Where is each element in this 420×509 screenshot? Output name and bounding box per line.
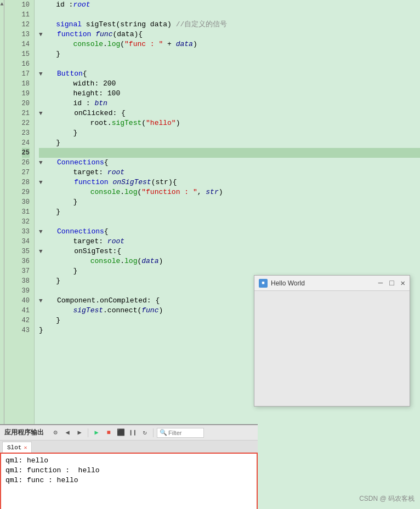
line-num-37: 37 bbox=[22, 266, 30, 276]
toolbar-btn-restart[interactable]: ↻ bbox=[140, 428, 150, 438]
line-num-25: 25 bbox=[22, 148, 30, 158]
output-line-3: qml: func : hello bbox=[5, 476, 252, 485]
code-line-36: console.log(data) bbox=[39, 256, 420, 266]
line-num-15: 15 bbox=[22, 49, 30, 59]
toolbar-btn-run[interactable]: ▶ bbox=[92, 428, 101, 438]
code-line-23: } bbox=[39, 128, 420, 138]
code-line-16 bbox=[39, 59, 420, 69]
line-num-14: 14 bbox=[22, 39, 30, 49]
code-line-25 bbox=[39, 148, 420, 158]
line-num-33: 33 bbox=[22, 227, 30, 237]
line-num-36: 36 bbox=[22, 256, 30, 266]
hw-window-body bbox=[254, 291, 410, 406]
toolbar-btn-pause[interactable]: ❙❙ bbox=[128, 428, 138, 438]
toolbar-btn-1[interactable]: ⚙ bbox=[50, 428, 60, 438]
left-scrollbar: ▲ ▼ bbox=[0, 0, 4, 449]
scroll-up-arrow[interactable]: ▲ bbox=[0, 0, 5, 8]
code-line-15: } bbox=[39, 49, 420, 59]
tab-label: Slot bbox=[7, 444, 21, 451]
line-num-40: 40 bbox=[22, 296, 30, 306]
search-icon: 🔍 bbox=[160, 429, 167, 436]
output-content: qml: hello qml: function : hello qml: fu… bbox=[0, 453, 258, 509]
code-line-31: } bbox=[39, 207, 420, 217]
filter-input[interactable] bbox=[168, 430, 201, 436]
hw-maximize-button[interactable]: □ bbox=[389, 279, 394, 287]
line-num-42: 42 bbox=[22, 316, 30, 325]
hw-close-button[interactable]: ✕ bbox=[401, 279, 405, 287]
line-num-32: 32 bbox=[22, 217, 30, 227]
line-num-35: 35 bbox=[22, 247, 30, 256]
code-line-19: height: 100 bbox=[39, 89, 420, 99]
watermark: CSDN @ 码农客栈 bbox=[359, 494, 415, 504]
toolbar-sep-1 bbox=[88, 428, 88, 437]
line-num-41: 41 bbox=[22, 306, 30, 316]
line-num-34: 34 bbox=[22, 237, 30, 247]
line-num-22: 22 bbox=[22, 118, 30, 128]
code-line-28: ▼ function onSigTest(str){ bbox=[39, 178, 420, 187]
hw-titlebar: ■ Hello World ─ □ ✕ bbox=[254, 276, 410, 291]
toolbar-btn-stop[interactable]: ■ bbox=[104, 428, 113, 438]
toolbar-btn-forward[interactable]: ▶ bbox=[75, 428, 84, 438]
line-num-26: 26 bbox=[22, 158, 30, 168]
line-num-18: 18 bbox=[22, 79, 30, 89]
output-panel-title: 应用程序输出 bbox=[4, 428, 44, 437]
output-line-2: qml: function : hello bbox=[5, 466, 252, 476]
output-tabs: Slot ✕ bbox=[0, 441, 258, 453]
line-num-24: 24 bbox=[22, 138, 30, 148]
code-line-24: } bbox=[39, 138, 420, 148]
line-numbers: 10 11 12 13 14 15 16 17 18 19 20 21 22 2… bbox=[4, 0, 35, 449]
output-panel: 应用程序输出 ⚙ ◀ ▶ ▶ ■ ⬛ ❙❙ ↻ 🔍 Slot ✕ qml: he… bbox=[0, 424, 258, 509]
line-num-17: 17 bbox=[22, 69, 30, 79]
toolbar-btn-back[interactable]: ◀ bbox=[63, 428, 72, 438]
line-num-12: 12 bbox=[22, 20, 30, 30]
line-num-11: 11 bbox=[22, 10, 30, 20]
code-line-32 bbox=[39, 217, 420, 227]
code-line-26: ▼ Connections{ bbox=[39, 158, 420, 168]
code-line-27: target: root bbox=[39, 168, 420, 178]
hw-minimize-button[interactable]: ─ bbox=[378, 279, 383, 287]
filter-input-wrap[interactable]: 🔍 bbox=[157, 428, 204, 438]
code-line-13: ▼ function func(data){ bbox=[39, 30, 420, 39]
line-num-16: 16 bbox=[22, 59, 30, 69]
code-line-11 bbox=[39, 10, 420, 20]
hw-window-controls: ─ □ ✕ bbox=[378, 279, 405, 287]
line-num-28: 28 bbox=[22, 178, 30, 187]
code-line-35: ▼ onSigTest:{ bbox=[39, 247, 420, 256]
line-num-10: 10 bbox=[22, 0, 30, 10]
toolbar-btn-debug[interactable]: ⬛ bbox=[116, 428, 126, 438]
line-num-43: 43 bbox=[22, 325, 30, 335]
line-num-30: 30 bbox=[22, 197, 30, 207]
code-line-14: console.log("func : " + data) bbox=[39, 39, 420, 49]
line-num-23: 23 bbox=[22, 128, 30, 138]
code-line-18: width: 200 bbox=[39, 79, 420, 89]
line-num-38: 38 bbox=[22, 276, 30, 286]
toolbar-sep-2 bbox=[153, 428, 154, 437]
code-line-29: console.log("function : ", str) bbox=[39, 187, 420, 197]
tab-close-icon[interactable]: ✕ bbox=[24, 444, 27, 451]
line-num-13: 13 bbox=[22, 30, 30, 39]
code-line-12: signal sigTest(string data) //自定义的信号 bbox=[39, 20, 420, 30]
hw-app-icon: ■ bbox=[259, 279, 268, 288]
code-line-10: id :root bbox=[39, 0, 420, 10]
code-line-22: root.sigTest("hello") bbox=[39, 118, 420, 128]
output-tab-slot[interactable]: Slot ✕ bbox=[2, 442, 32, 453]
code-line-30: } bbox=[39, 197, 420, 207]
code-line-33: ▼ Connections{ bbox=[39, 227, 420, 237]
line-num-39: 39 bbox=[22, 286, 30, 296]
hw-window-title: Hello World bbox=[271, 279, 378, 287]
line-num-27: 27 bbox=[22, 168, 30, 178]
line-num-29: 29 bbox=[22, 187, 30, 197]
line-num-31: 31 bbox=[22, 207, 30, 217]
code-line-20: id : btn bbox=[39, 99, 420, 108]
code-line-21: ▼ onClicked: { bbox=[39, 108, 420, 118]
output-toolbar: 应用程序输出 ⚙ ◀ ▶ ▶ ■ ⬛ ❙❙ ↻ 🔍 bbox=[0, 425, 258, 441]
line-num-21: 21 bbox=[22, 108, 30, 118]
output-line-1: qml: hello bbox=[5, 456, 252, 466]
line-num-19: 19 bbox=[22, 89, 30, 99]
code-line-17: ▼ Button{ bbox=[39, 69, 420, 79]
line-num-20: 20 bbox=[22, 99, 30, 108]
hello-world-window: ■ Hello World ─ □ ✕ bbox=[254, 275, 410, 407]
code-line-34: target: root bbox=[39, 237, 420, 247]
